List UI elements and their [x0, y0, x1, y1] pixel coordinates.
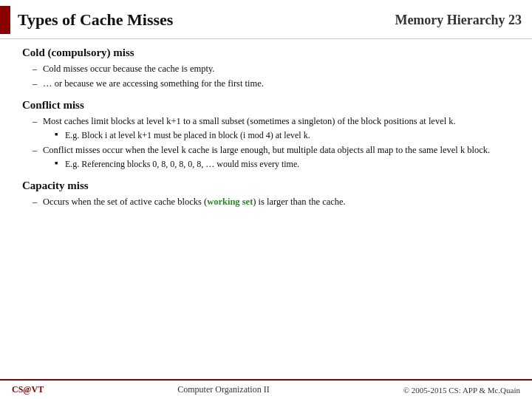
- capacity-bullet-1: Occurs when the set of active cache bloc…: [33, 195, 510, 208]
- capacity-miss-section: Capacity miss Occurs when the set of act…: [22, 180, 510, 210]
- footer-vt: VT: [32, 384, 44, 395]
- footer-branding: CS@VT: [12, 384, 44, 395]
- conflict-miss-title: Conflict miss: [22, 99, 510, 112]
- slide-subtitle: Memory Hierarchy 23: [395, 13, 522, 28]
- slide: Types of Cache Misses Memory Hierarchy 2…: [0, 0, 532, 399]
- slide-content: Cold (compulsory) miss Cold misses occur…: [0, 39, 532, 379]
- footer-copyright: © 2005-2015 CS: APP & Mc.Quain: [403, 386, 520, 395]
- conflict-miss-section: Conflict miss Most caches limit blocks a…: [22, 99, 510, 172]
- footer-course: Computer Organization II: [177, 384, 269, 395]
- cold-bullet-1: Cold misses occur because the cache is e…: [33, 62, 510, 75]
- conflict-bullet-1: Most caches limit blocks at level k+1 to…: [33, 115, 510, 142]
- footer-cs: CS: [12, 384, 23, 395]
- slide-footer: CS@VT Computer Organization II © 2005-20…: [0, 379, 532, 399]
- cold-miss-section: Cold (compulsory) miss Cold misses occur…: [22, 47, 510, 92]
- slide-header: Types of Cache Misses Memory Hierarchy 2…: [0, 0, 532, 39]
- capacity-text-before: Occurs when the set of active cache bloc…: [43, 197, 207, 207]
- conflict-sub-bullets-1: E.g. Block i at level k+1 must be placed…: [43, 129, 510, 142]
- working-set-highlight: working set: [207, 197, 253, 207]
- cold-bullet-2: … or because we are accessing something …: [33, 77, 510, 90]
- capacity-miss-title: Capacity miss: [22, 180, 510, 192]
- capacity-miss-bullets: Occurs when the set of active cache bloc…: [22, 195, 510, 208]
- conflict-sub-bullets-2: E.g. Referencing blocks 0, 8, 0, 8, 0, 8…: [43, 158, 510, 171]
- cold-miss-title: Cold (compulsory) miss: [22, 47, 510, 59]
- conflict-bullet-2: Conflict misses occur when the level k c…: [33, 143, 510, 171]
- cold-miss-bullets: Cold misses occur because the cache is e…: [22, 62, 510, 90]
- conflict-sub-bullet-2: E.g. Referencing blocks 0, 8, 0, 8, 0, 8…: [55, 158, 510, 171]
- header-accent-bar: [0, 6, 10, 34]
- footer-at: @: [23, 384, 31, 395]
- conflict-sub-bullet-1: E.g. Block i at level k+1 must be placed…: [55, 129, 510, 142]
- capacity-text-after: ) is larger than the cache.: [253, 197, 345, 207]
- slide-title: Types of Cache Misses: [18, 10, 395, 30]
- conflict-miss-bullets: Most caches limit blocks at level k+1 to…: [22, 115, 510, 171]
